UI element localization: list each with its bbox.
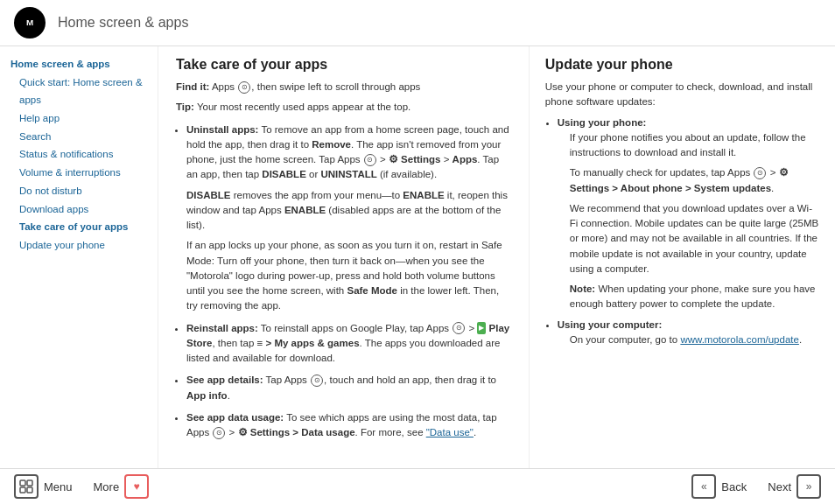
back-button[interactable]: « Back [691, 474, 747, 499]
sidebar-item-home-screen-apps[interactable]: Home screen & apps [11, 55, 147, 74]
bullet-data-usage: See app data usage: To see which apps ar… [186, 410, 511, 441]
phone-sub1: If your phone notifies you about an upda… [570, 130, 819, 161]
next-icon: » [796, 474, 821, 499]
safemode-para: If an app locks up your phone, as soon a… [186, 238, 511, 313]
bullet-using-phone: Using your phone: If your phone notifies… [558, 116, 819, 312]
sidebar-item-status-notifications[interactable]: Status & notifications [19, 145, 147, 164]
sidebar-item-take-care-apps[interactable]: Take care of your apps [19, 218, 147, 236]
phone-note: Note: When updating your phone, make sur… [570, 282, 819, 312]
menu-button[interactable]: Menu [14, 474, 73, 499]
tip-text: Your most recently used apps appear at t… [197, 102, 410, 112]
footer-left: Menu More ♥ [14, 474, 149, 499]
right-panel-title: Update your phone [545, 57, 819, 73]
apps-icon-4: ⊙ [311, 374, 323, 387]
apps-icon-3: ⊙ [453, 322, 465, 334]
data-use-link[interactable]: "Data use" [426, 427, 474, 438]
bullet-app-details: See app details: Tap Apps ⊙, touch and h… [186, 373, 511, 403]
back-icon: « [691, 474, 716, 499]
apps-icon-2: ⊙ [364, 154, 376, 166]
svg-text:M: M [26, 18, 33, 27]
footer-right: « Back Next » [691, 474, 821, 499]
tip-label: Tip: [176, 102, 194, 112]
bullet-app-details-title: See app details: [186, 374, 263, 385]
bullet-uninstall: Uninstall apps: To remove an app from a … [186, 122, 511, 314]
tip-row: Tip: Your most recently used apps appear… [176, 100, 511, 115]
bullet-data-usage-title: See app data usage: [186, 412, 284, 423]
svg-rect-4 [20, 487, 25, 493]
footer: Menu More ♥ « Back Next » [0, 468, 835, 504]
svg-rect-2 [20, 480, 25, 486]
find-it-label: Find it: [176, 81, 209, 92]
bullet-list: Uninstall apps: To remove an app from a … [186, 122, 511, 441]
apps-icon: ⊙ [238, 81, 250, 94]
sidebar-item-update-phone[interactable]: Update your phone [19, 236, 147, 255]
sidebar-item-download-apps[interactable]: Download apps [19, 200, 147, 219]
sidebar-item-search[interactable]: Search [19, 128, 147, 146]
next-label: Next [768, 480, 791, 494]
sidebar-item-quick-start[interactable]: Quick start: Home screen & apps [19, 74, 147, 109]
using-computer-label: Using your computer: [558, 319, 662, 330]
right-panel: Update your phone Use your phone or comp… [530, 46, 835, 468]
sidebar-item-do-not-disturb[interactable]: Do not disturb [19, 182, 147, 200]
content-area: Take care of your apps Find it: Apps ⊙, … [158, 46, 835, 468]
computer-sub1: On your computer, go to www.motorola.com… [570, 332, 819, 347]
more-label: More [94, 480, 120, 494]
back-label: Back [721, 480, 747, 494]
motorola-logo: M [14, 7, 46, 38]
more-icon: ♥ [124, 474, 149, 499]
svg-rect-3 [27, 480, 32, 486]
page-title: Home screen & apps [58, 15, 188, 31]
phone-sub3: We recommend that you download updates o… [570, 201, 819, 276]
bullet-using-computer: Using your computer: On your computer, g… [558, 318, 819, 348]
more-button[interactable]: More ♥ [94, 474, 150, 499]
header: M Home screen & apps [0, 0, 835, 46]
using-phone-label: Using your phone: [558, 117, 647, 128]
next-button[interactable]: Next » [768, 474, 821, 499]
main-content: Home screen & apps Quick start: Home scr… [0, 46, 835, 468]
apps-icon-5: ⊙ [213, 427, 225, 439]
disable-para: DISABLE removes the app from your menu—t… [186, 188, 511, 234]
motorola-update-link[interactable]: www.motorola.com/update [680, 334, 799, 345]
left-panel: Take care of your apps Find it: Apps ⊙, … [158, 46, 530, 468]
left-panel-title: Take care of your apps [176, 57, 511, 73]
sidebar: Home screen & apps Quick start: Home scr… [0, 46, 158, 468]
play-store-icon: ▶ [477, 322, 486, 334]
apps-icon-6: ⊙ [754, 167, 766, 179]
bullet-reinstall: Reinstall apps: To reinstall apps on Goo… [186, 321, 511, 367]
menu-icon [14, 474, 39, 499]
sidebar-item-help-app[interactable]: Help app [19, 109, 147, 128]
menu-label: Menu [44, 480, 73, 494]
svg-rect-5 [27, 487, 32, 493]
sidebar-item-volume-interruptions[interactable]: Volume & interruptions [19, 164, 147, 182]
bullet-uninstall-title: Uninstall apps: [186, 124, 258, 135]
right-panel-intro: Use your phone or computer to check, dow… [545, 80, 819, 110]
right-panel-bullets: Using your phone: If your phone notifies… [558, 116, 819, 348]
bullet-reinstall-title: Reinstall apps: [186, 323, 258, 333]
find-it-row: Find it: Apps ⊙, then swipe left to scro… [176, 80, 511, 94]
phone-sub2: To manually check for updates, tap Apps … [570, 165, 819, 196]
